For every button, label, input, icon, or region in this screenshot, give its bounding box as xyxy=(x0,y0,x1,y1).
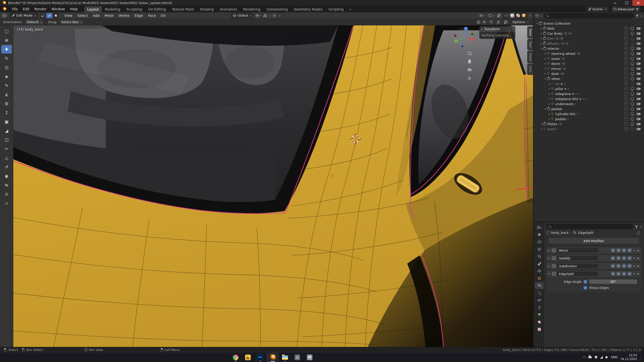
overlays-dropdown[interactable] xyxy=(487,13,495,18)
render-toggle[interactable] xyxy=(628,248,632,252)
disclosure-icon[interactable]: ▾ xyxy=(544,108,547,110)
viewport-visibility-icon[interactable] xyxy=(631,47,634,50)
render-visibility-icon[interactable] xyxy=(637,73,640,75)
render-visibility-icon[interactable] xyxy=(637,53,640,55)
viewport-visibility-icon[interactable] xyxy=(631,128,634,130)
outliner-row-sideplane-002[interactable]: ▸▽sideplane.002✓ xyxy=(534,96,644,101)
workspace-tab-compositing[interactable]: Compositing xyxy=(263,6,291,12)
exclude-checkbox[interactable]: ✓ xyxy=(624,112,628,116)
properties-tab-render[interactable] xyxy=(535,238,544,245)
render-visibility-icon[interactable] xyxy=(637,78,640,80)
viewport-visibility-icon[interactable] xyxy=(631,108,634,110)
shading-solid-button[interactable] xyxy=(510,13,515,18)
taskbar-word[interactable]: W xyxy=(303,352,316,362)
outliner-row-dash[interactable]: ▸▽dash9✓ xyxy=(534,71,644,76)
outliner-row-road[interactable]: ▸▽road✓ xyxy=(534,126,644,131)
snap-dropdown[interactable] xyxy=(269,14,271,17)
viewlayer-selector[interactable]: ViewLayer xyxy=(611,6,640,12)
render-visibility-icon[interactable] xyxy=(637,108,640,110)
viewport-menu-select[interactable]: Select xyxy=(75,12,91,19)
outliner-row-pillar[interactable]: ▸▽pillar✓ xyxy=(534,86,644,91)
shading-dropdown[interactable] xyxy=(529,14,531,17)
tool-extrude-region[interactable]: ↥ xyxy=(1,108,12,117)
properties-tab-physics[interactable] xyxy=(535,297,544,304)
transform-panel-header[interactable]: ▾ Transform xyxy=(479,26,515,32)
volume-tray-icon[interactable] xyxy=(606,356,607,358)
filter-dropdown[interactable] xyxy=(640,14,642,18)
viewport-visibility-icon[interactable] xyxy=(631,93,634,95)
maximize-button[interactable] xyxy=(621,0,632,6)
properties-search-input[interactable] xyxy=(546,224,633,229)
properties-tab-material[interactable] xyxy=(535,319,544,326)
workspace-tab-shading[interactable]: Shading xyxy=(197,6,217,12)
breadcrumb-object[interactable]: body_back xyxy=(551,231,569,235)
outliner-row-doors[interactable]: ▸▽doors3✓ xyxy=(534,61,644,66)
disclosure-icon[interactable]: ▸ xyxy=(540,128,543,130)
zoom-button[interactable] xyxy=(466,50,473,57)
viewport-visibility-icon[interactable] xyxy=(631,123,634,125)
modifier-extras-menu[interactable]: ▾ xyxy=(634,257,635,259)
disclosure-icon[interactable]: ▸ xyxy=(540,123,543,125)
tool-edge-slide[interactable]: ⇆ xyxy=(1,181,12,189)
viewport-visibility-icon[interactable] xyxy=(631,67,634,70)
render-toggle[interactable] xyxy=(628,264,632,268)
disclosure-icon[interactable]: ▸ xyxy=(548,93,551,95)
edge-angle-checkbox[interactable]: ✓ xyxy=(584,280,587,284)
disclosure-icon[interactable]: ▾ xyxy=(544,77,547,80)
editor-type-button[interactable] xyxy=(2,13,9,18)
render-toggle[interactable] xyxy=(628,272,632,276)
render-visibility-icon[interactable] xyxy=(637,37,640,40)
outliner-row-pedals[interactable]: ▾pedals✓ xyxy=(534,106,644,111)
viewport-visibility-icon[interactable] xyxy=(631,118,634,120)
tool-poly-build[interactable]: △ xyxy=(1,154,12,162)
workspace-tab-geometry-nodes[interactable]: Geometry Nodes xyxy=(291,6,326,12)
edit-mode-toggle[interactable] xyxy=(617,264,621,268)
tool-loop-cut[interactable]: ◫ xyxy=(1,135,12,144)
viewport-visibility-icon[interactable] xyxy=(631,27,634,30)
tool-scale[interactable]: ⊡ xyxy=(1,63,12,72)
scene-selector[interactable]: Scene × xyxy=(586,6,609,12)
modifier-subdivision[interactable]: ▸Subdivision▾× xyxy=(546,262,641,269)
blender-menu-icon[interactable] xyxy=(2,7,7,11)
exclude-checkbox[interactable]: ✓ xyxy=(624,77,628,80)
mode-dropdown[interactable]: Edit Mode xyxy=(10,13,38,18)
sidebar-tab-item[interactable]: Item xyxy=(527,26,533,38)
tool-bevel[interactable]: ◢ xyxy=(1,126,12,135)
tool-measure[interactable]: ∡ xyxy=(1,90,12,99)
render-visibility-icon[interactable] xyxy=(637,113,640,115)
gizmos-dropdown[interactable] xyxy=(478,13,485,18)
show-desktop-button[interactable] xyxy=(641,354,642,360)
unlink-scene-button[interactable]: × xyxy=(605,8,607,11)
render-visibility-icon[interactable] xyxy=(637,42,640,45)
modifier-edgesplit[interactable]: ▾EdgeSplit▾× xyxy=(546,270,641,277)
outliner-row-wheels[interactable]: ▸Wheels32✓ xyxy=(534,41,644,46)
render-visibility-icon[interactable] xyxy=(637,32,640,35)
viewport-menu-edge[interactable]: Edge xyxy=(132,12,146,19)
filter-icon[interactable] xyxy=(635,226,638,227)
xray-toggle[interactable] xyxy=(496,13,501,18)
viewport-visibility-icon[interactable] xyxy=(631,37,634,40)
tool-cursor[interactable]: ⊕ xyxy=(1,36,12,44)
viewport-visibility-icon[interactable] xyxy=(631,98,634,100)
filter-icon[interactable] xyxy=(636,15,638,16)
modifier-delete-button[interactable]: × xyxy=(637,249,639,252)
tool-smooth[interactable]: ◉ xyxy=(1,172,12,180)
outliner-row-scene-collection[interactable]: ▾Scene Collection xyxy=(534,21,644,26)
properties-tab-modifiers[interactable] xyxy=(535,282,544,289)
proportional-dropdown[interactable] xyxy=(278,14,280,17)
properties-tab-object[interactable] xyxy=(535,275,544,282)
taskbar-chrome[interactable] xyxy=(229,352,242,362)
modifier-extras-menu[interactable]: ▾ xyxy=(634,249,635,252)
exclude-checkbox[interactable]: ✓ xyxy=(624,102,628,106)
modifier-extras-menu[interactable]: ▾ xyxy=(634,265,635,267)
properties-tab-constraints[interactable] xyxy=(535,304,544,311)
sharp-edges-checkbox[interactable]: ✓ xyxy=(584,286,587,290)
disclosure-icon[interactable]: ▸ xyxy=(544,57,547,60)
exclude-checkbox[interactable]: ✓ xyxy=(624,37,628,40)
workspace-tab-scripting[interactable]: Scripting xyxy=(326,6,347,12)
disclosure-icon[interactable]: ▸ xyxy=(540,27,543,30)
taskbar-notes[interactable] xyxy=(291,352,303,362)
viewport-visibility-icon[interactable] xyxy=(631,82,634,85)
menu-file[interactable]: File xyxy=(10,6,20,12)
disclosure-icon[interactable]: ▾ xyxy=(536,22,539,25)
